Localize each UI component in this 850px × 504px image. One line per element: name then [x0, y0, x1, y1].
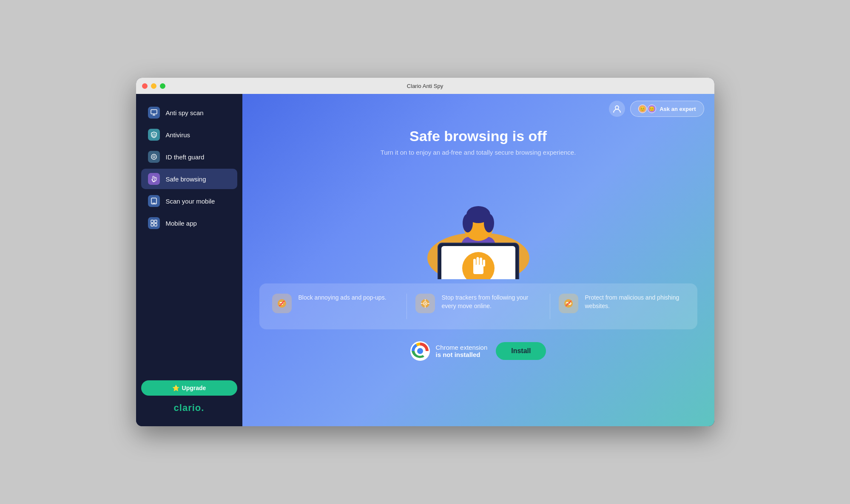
- hero-title: Safe browsing is off: [409, 128, 547, 144]
- svg-rect-0: [151, 110, 157, 114]
- mobile-icon: [148, 195, 160, 207]
- svg-rect-8: [151, 220, 154, 223]
- svg-point-17: [463, 214, 473, 232]
- install-button[interactable]: Install: [496, 342, 546, 360]
- hero-illustration: [398, 164, 559, 279]
- feature-text-trackers: Stop trackers from following your every …: [442, 294, 541, 310]
- sidebar-item-label: Safe browsing: [166, 176, 206, 183]
- hero-subtitle: Turn it on to enjoy an ad-free and total…: [381, 149, 576, 156]
- grid-icon: [148, 217, 160, 229]
- expert-avatar-1: 😊: [638, 105, 647, 113]
- star-icon: ⭐: [172, 385, 179, 391]
- sidebar-item-anti-spy-scan[interactable]: Anti spy scan: [141, 102, 237, 123]
- svg-rect-25: [473, 259, 476, 266]
- logo-dot: .: [201, 402, 204, 413]
- sidebar-item-label: ID theft guard: [166, 153, 205, 161]
- id-guard-icon: [148, 151, 160, 163]
- hero-section: Safe browsing is off Turn it on to enjoy…: [242, 124, 714, 426]
- feature-card-ads: Block annoying ads and pop-ups.: [272, 294, 398, 313]
- svg-point-33: [424, 303, 426, 304]
- titlebar: Clario Anti Spy: [136, 78, 714, 94]
- upgrade-button[interactable]: ⭐ Upgrade: [141, 380, 237, 396]
- sidebar-item-label: Mobile app: [166, 220, 197, 227]
- main-header: 😊 😊 Ask an expert: [242, 94, 714, 124]
- hand-icon: [148, 173, 160, 185]
- chrome-section: Chrome extension is not installed Instal…: [410, 341, 546, 361]
- feature-card-trackers: Stop trackers from following your every …: [415, 294, 541, 313]
- sidebar-item-antivirus[interactable]: Antivirus: [141, 125, 237, 145]
- feature-card-phishing: Protect from malicious and phishing webs…: [559, 294, 685, 313]
- svg-rect-10: [151, 224, 154, 226]
- ask-expert-button[interactable]: 😊 😊 Ask an expert: [630, 101, 704, 117]
- svg-point-12: [615, 106, 619, 109]
- svg-point-43: [417, 348, 423, 354]
- sidebar-item-label: Antivirus: [166, 131, 190, 139]
- svg-rect-26: [476, 257, 479, 266]
- traffic-lights: [142, 83, 165, 89]
- chrome-icon-group: Chrome extension is not installed: [410, 341, 488, 361]
- sidebar-bottom: ⭐ Upgrade clario.: [141, 380, 237, 418]
- user-avatar-button[interactable]: [609, 101, 625, 117]
- sidebar-item-id-theft-guard[interactable]: ID theft guard: [141, 147, 237, 167]
- app-body: Anti spy scan Antivirus: [136, 94, 714, 426]
- app-window: Clario Anti Spy Anti spy scan: [136, 78, 714, 426]
- expert-avatars: 😊 😊: [638, 105, 656, 113]
- feature-text-phishing: Protect from malicious and phishing webs…: [585, 294, 685, 310]
- feature-divider-1: [407, 294, 407, 319]
- chrome-text: Chrome extension is not installed: [436, 344, 488, 358]
- shield-icon: [148, 129, 160, 141]
- sidebar-item-safe-browsing[interactable]: Safe browsing: [141, 169, 237, 189]
- svg-rect-9: [154, 220, 157, 223]
- monitor-icon: [148, 107, 160, 119]
- svg-rect-11: [154, 224, 157, 226]
- sidebar: Anti spy scan Antivirus: [136, 94, 242, 426]
- feature-text-ads: Block annoying ads and pop-ups.: [298, 294, 387, 302]
- minimize-button[interactable]: [151, 83, 156, 89]
- svg-point-4: [151, 154, 156, 159]
- sidebar-item-scan-mobile[interactable]: Scan your mobile: [141, 191, 237, 211]
- svg-point-3: [153, 134, 155, 136]
- feature-divider-2: [550, 294, 550, 319]
- ask-expert-label: Ask an expert: [660, 106, 696, 112]
- close-button[interactable]: [142, 83, 148, 89]
- sidebar-item-mobile-app[interactable]: Mobile app: [141, 213, 237, 233]
- feature-cards: Block annoying ads and pop-ups.: [259, 283, 697, 329]
- ads-icon: [272, 294, 292, 313]
- nav-items: Anti spy scan Antivirus: [141, 102, 237, 380]
- svg-rect-27: [480, 258, 482, 266]
- chrome-icon: [410, 341, 430, 361]
- sidebar-item-label: Scan your mobile: [166, 198, 215, 205]
- svg-rect-28: [483, 260, 485, 266]
- trackers-icon: [415, 294, 435, 313]
- svg-point-18: [484, 214, 494, 232]
- svg-point-5: [153, 156, 155, 158]
- illustration: [398, 164, 559, 283]
- window-title: Clario Anti Spy: [407, 83, 443, 89]
- clario-logo: clario.: [174, 402, 205, 413]
- main-area: 😊 😊 Ask an expert Safe browsing is off T…: [242, 94, 714, 426]
- sidebar-item-label: Anti spy scan: [166, 109, 204, 116]
- expert-avatar-2: 😊: [648, 105, 656, 113]
- phishing-icon: [559, 294, 578, 313]
- maximize-button[interactable]: [160, 83, 165, 89]
